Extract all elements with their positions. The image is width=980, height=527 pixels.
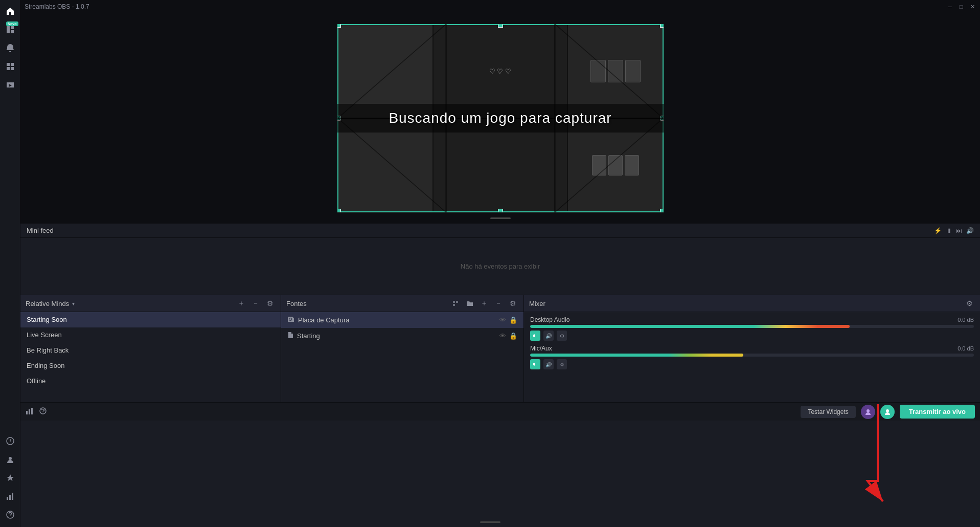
source-name-placa: Placa de Captura xyxy=(298,316,349,324)
sidebar-item-analytics[interactable] xyxy=(2,488,18,504)
svg-rect-10 xyxy=(9,495,11,500)
sources-title: Fontes xyxy=(286,300,307,308)
source-name-starting: Starting xyxy=(297,332,320,340)
scenes-title-group: Relative Minds ▾ xyxy=(26,300,75,308)
scene-item-ending-soon[interactable]: Ending Soon xyxy=(20,358,281,374)
mixer-settings-button[interactable]: ⚙ xyxy=(964,298,975,309)
sidebar-item-theme[interactable]: Novo xyxy=(2,21,18,38)
svg-rect-20 xyxy=(26,411,28,414)
source-eye-icon[interactable]: 👁 xyxy=(499,316,506,324)
scene-item-live-screen[interactable]: Live Screen xyxy=(20,327,281,343)
mixer-mic-mute-btn[interactable] xyxy=(530,359,540,369)
source-capture-icon xyxy=(287,316,294,324)
sources-actions: ＋ － ⚙ xyxy=(450,298,518,309)
sidebar-item-alert-circle[interactable] xyxy=(2,433,18,449)
mixer-desktop-controls: 🔊 ⚙ xyxy=(530,331,974,341)
capture-overlay: Buscando um jogo para capturar xyxy=(337,104,664,133)
scenes-add-button[interactable]: ＋ xyxy=(236,298,247,309)
source-lock-icon[interactable]: 🔒 xyxy=(509,316,517,324)
scene-item-offline[interactable]: Offline xyxy=(20,374,281,389)
mixer-actions: ⚙ xyxy=(964,298,975,309)
mini-feed-pause-icon[interactable]: ⏸ xyxy=(946,227,952,234)
source-actions-2: 👁 🔒 xyxy=(499,332,517,340)
sidebar: Novo xyxy=(0,0,20,527)
mixer-desktop-settings-btn[interactable]: ⚙ xyxy=(557,331,567,341)
scene-item-starting-soon[interactable]: Starting Soon xyxy=(20,312,281,327)
svg-rect-1 xyxy=(11,26,14,29)
sidebar-item-community[interactable] xyxy=(2,451,18,468)
mixer-desktop-mute-btn[interactable] xyxy=(530,331,540,341)
mixer-body: Desktop Audio 0.0 dB 🔊 ⚙ xyxy=(524,312,980,402)
svg-rect-11 xyxy=(12,493,13,500)
app-title: Streamlabs OBS - 1.0.7 xyxy=(25,3,89,10)
mini-feed-skip-icon[interactable]: ⏭ xyxy=(956,227,962,234)
mixer-channel-mic-name: Mic/Aux xyxy=(530,345,552,352)
source-lock-icon-2[interactable]: 🔒 xyxy=(509,332,517,340)
mini-feed-filter-icon[interactable]: ⚡ xyxy=(934,227,942,234)
source-eye-icon-2[interactable]: 👁 xyxy=(499,332,506,340)
sources-add-button[interactable]: ＋ xyxy=(478,298,490,309)
svg-point-8 xyxy=(9,457,12,460)
scenes-settings-button[interactable]: ⚙ xyxy=(264,298,276,309)
mixer-mic-fader[interactable] xyxy=(530,354,974,357)
mixer-channel-mic: Mic/Aux 0.0 dB 🔊 ⚙ xyxy=(530,345,974,369)
avatar-circle-2[interactable] xyxy=(880,405,895,419)
test-widgets-button[interactable]: Testar Widgets xyxy=(801,406,855,418)
source-item-placa-captura[interactable]: Placa de Captura 👁 🔒 xyxy=(281,312,523,328)
novo-badge: Novo xyxy=(6,21,18,26)
mini-feed-volume-icon[interactable]: 🔊 xyxy=(966,227,974,234)
mixer-desktop-volume-btn[interactable]: 🔊 xyxy=(543,331,554,341)
mini-feed-controls: ⚡ ⏸ ⏭ 🔊 xyxy=(934,227,974,234)
source-file-icon xyxy=(287,332,293,340)
preview-canvas: ♡ ♡ ♡ xyxy=(337,24,664,213)
minimize-button[interactable]: ─ xyxy=(946,3,953,10)
mini-feed-header: Mini feed ⚡ ⏸ ⏭ 🔊 xyxy=(20,224,980,238)
mixer-channel-desktop-header: Desktop Audio 0.0 dB xyxy=(530,316,974,323)
sidebar-item-prime[interactable] xyxy=(2,470,18,486)
bottom-right-controls: Testar Widgets Transmitir ao vivo xyxy=(801,405,975,419)
capture-text: Buscando um jogo para capturar xyxy=(389,110,611,126)
titlebar: Streamlabs OBS - 1.0.7 ─ □ ✕ xyxy=(20,0,980,13)
mini-feed-body: Não há eventos para exibir xyxy=(20,238,980,295)
mixer-mic-controls: 🔊 ⚙ xyxy=(530,359,974,369)
svg-point-24 xyxy=(867,409,870,412)
maximize-button[interactable]: □ xyxy=(958,3,965,10)
mixer-channel-mic-header: Mic/Aux 0.0 dB xyxy=(530,345,974,352)
scenes-dropdown-icon[interactable]: ▾ xyxy=(72,301,75,306)
scenes-title: Relative Minds xyxy=(26,300,69,308)
window-controls: ─ □ ✕ xyxy=(946,3,976,10)
go-live-button[interactable]: Transmitir ao vivo xyxy=(900,405,975,419)
sources-scene-link-button[interactable] xyxy=(450,298,461,309)
stats-icon[interactable] xyxy=(26,407,34,416)
help-bottom-icon[interactable] xyxy=(39,407,47,416)
svg-point-25 xyxy=(886,409,889,412)
mixer-mic-settings-btn[interactable]: ⚙ xyxy=(557,359,567,369)
sidebar-item-help[interactable] xyxy=(2,507,18,523)
mixer-mic-volume-btn[interactable]: 🔊 xyxy=(543,359,554,369)
sources-panel: Fontes ＋ － ⚙ xyxy=(281,295,524,402)
mixer-channel-desktop-name: Desktop Audio xyxy=(530,316,569,323)
mixer-mic-fader-fill xyxy=(530,354,743,357)
svg-rect-3 xyxy=(7,63,10,66)
sidebar-item-media[interactable] xyxy=(2,77,18,93)
avatar-circle[interactable] xyxy=(861,405,875,419)
svg-rect-6 xyxy=(11,67,14,70)
sources-remove-button[interactable]: － xyxy=(493,298,504,309)
mini-feed-title: Mini feed xyxy=(27,227,54,234)
sidebar-item-alerts[interactable] xyxy=(2,40,18,56)
scene-list: Starting Soon Live Screen Be Right Back … xyxy=(20,312,281,402)
mixer-desktop-fader[interactable] xyxy=(530,325,974,328)
scene-item-be-right-back[interactable]: Be Right Back xyxy=(20,343,281,358)
sidebar-item-widgets[interactable] xyxy=(2,58,18,75)
source-left-2: Starting xyxy=(287,332,320,340)
svg-rect-4 xyxy=(11,63,14,66)
scenes-remove-button[interactable]: － xyxy=(250,298,261,309)
sources-settings-button[interactable]: ⚙ xyxy=(507,298,518,309)
close-button[interactable]: ✕ xyxy=(969,3,976,10)
source-item-starting[interactable]: Starting 👁 🔒 xyxy=(281,328,523,344)
sidebar-item-home[interactable] xyxy=(2,3,18,19)
mixer-channel-mic-db: 0.0 dB xyxy=(958,345,974,352)
main-content: Streamlabs OBS - 1.0.7 ─ □ ✕ ♡ ♡ ♡ xyxy=(20,0,980,527)
sources-folder-button[interactable] xyxy=(464,298,475,309)
mixer-header: Mixer ⚙ xyxy=(524,295,980,312)
